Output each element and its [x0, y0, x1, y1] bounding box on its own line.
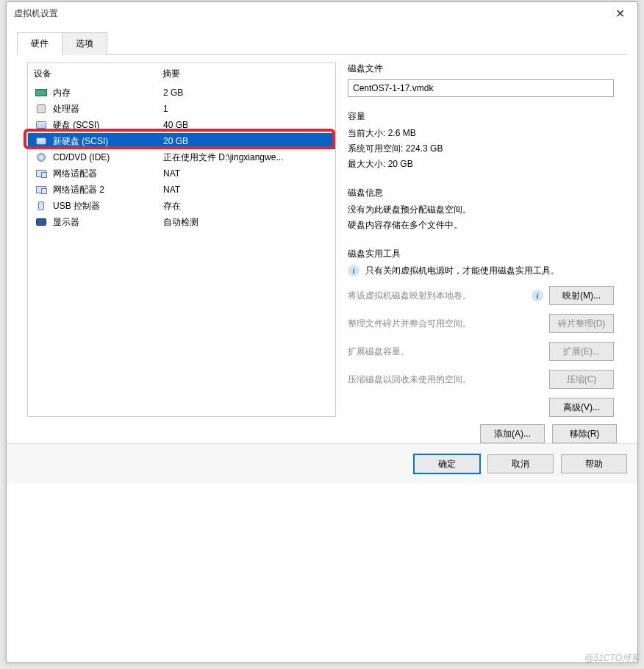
disk-tools-label: 磁盘实用工具: [348, 248, 614, 260]
info-icon: i: [348, 265, 359, 276]
device-name: 内存: [53, 87, 163, 99]
device-summary: 1: [163, 104, 329, 114]
tab-options[interactable]: 选项: [62, 32, 107, 55]
device-name: 处理器: [53, 103, 163, 115]
device-name: 网络适配器: [53, 168, 163, 180]
device-name: 新硬盘 (SCSI): [53, 135, 163, 148]
details-panel: 磁盘文件 容量 当前大小: 2.6 MB 系统可用空间: 224.3 GB 最大…: [345, 62, 617, 417]
cpu-icon: [34, 103, 49, 115]
close-icon[interactable]: ✕: [605, 3, 634, 24]
remove-device-button[interactable]: 移除(R): [552, 424, 617, 443]
tool-compact-row: 压缩磁盘以回收未使用的空间。 压缩(C): [348, 370, 614, 389]
add-device-button[interactable]: 添加(A)...: [480, 424, 545, 443]
device-summary: NAT: [163, 168, 329, 179]
tool-defrag-desc: 整理文件碎片并整合可用空间。: [348, 318, 543, 330]
ok-button[interactable]: 确定: [414, 454, 480, 473]
map-button[interactable]: 映射(M)...: [549, 286, 614, 305]
disk-info-label: 磁盘信息: [348, 187, 614, 199]
device-name: 硬盘 (SCSI): [53, 119, 163, 132]
disk-tools-note: i 只有关闭虚拟机电源时，才能使用磁盘实用工具。: [348, 265, 614, 277]
disk-tools-group: 磁盘实用工具 i 只有关闭虚拟机电源时，才能使用磁盘实用工具。 将该虚拟机磁盘映…: [348, 248, 614, 417]
tool-map-desc: 将该虚拟机磁盘映射到本地卷。: [348, 290, 526, 302]
tabs-area: 硬件 选项 设备 摘要 内存2 GB处理器1硬盘 (SCSI)40 GB新硬盘 …: [7, 24, 637, 443]
memory-icon: [34, 87, 49, 99]
titlebar: 虚拟机设置 ✕: [7, 2, 637, 24]
device-name: USB 控制器: [53, 200, 163, 212]
info-icon: i: [532, 290, 543, 301]
bottom-bar: 确定 取消 帮助: [7, 443, 637, 484]
disk-file-label: 磁盘文件: [348, 62, 614, 75]
header-summary: 摘要: [162, 68, 180, 80]
tool-expand-desc: 扩展磁盘容量。: [348, 346, 543, 358]
tool-defrag-row: 整理文件碎片并整合可用空间。 碎片整理(D): [348, 314, 614, 333]
capacity-max: 最大大小: 20 GB: [348, 158, 614, 171]
disk1-icon: [34, 119, 49, 131]
device-summary: 2 GB: [163, 87, 329, 98]
tabs: 硬件 选项: [17, 32, 627, 55]
tab-hardware[interactable]: 硬件: [17, 32, 62, 55]
advanced-row: 高级(V)...: [348, 398, 614, 417]
capacity-current: 当前大小: 2.6 MB: [348, 127, 614, 140]
device-row-cpu[interactable]: 处理器1: [28, 101, 335, 117]
device-row-display[interactable]: 显示器自动检测: [28, 214, 335, 230]
tool-expand-row: 扩展磁盘容量。 扩展(E)...: [348, 342, 614, 361]
device-list[interactable]: 内存2 GB处理器1硬盘 (SCSI)40 GB新硬盘 (SCSI)20 GBC…: [28, 85, 335, 416]
disk-info-line2: 硬盘内容存储在多个文件中。: [348, 219, 614, 232]
help-button[interactable]: 帮助: [561, 454, 627, 473]
display-icon: [34, 216, 49, 228]
device-row-memory[interactable]: 内存2 GB: [28, 85, 335, 101]
advanced-button[interactable]: 高级(V)...: [549, 398, 614, 417]
tool-compact-desc: 压缩磁盘以回收未使用的空间。: [348, 373, 543, 386]
capacity-free: 系统可用空间: 224.3 GB: [348, 143, 614, 155]
device-name: 显示器: [53, 216, 163, 229]
device-row-net1[interactable]: 网络适配器NAT: [28, 165, 335, 182]
capacity-group: 容量 当前大小: 2.6 MB 系统可用空间: 224.3 GB 最大大小: 2…: [348, 110, 614, 173]
device-summary: 自动检测: [163, 216, 329, 229]
device-panel: 设备 摘要 内存2 GB处理器1硬盘 (SCSI)40 GB新硬盘 (SCSI)…: [27, 62, 336, 417]
cancel-button[interactable]: 取消: [487, 454, 554, 473]
cddvd-icon: [34, 151, 49, 163]
capacity-label: 容量: [348, 110, 614, 123]
compact-button[interactable]: 压缩(C): [549, 370, 614, 389]
disk-info-line1: 没有为此硬盘预分配磁盘空间。: [348, 204, 614, 216]
device-name: 网络适配器 2: [53, 184, 163, 196]
device-row-net2[interactable]: 网络适配器 2NAT: [28, 182, 335, 198]
device-header: 设备 摘要: [28, 63, 335, 85]
device-row-disk2[interactable]: 新硬盘 (SCSI)20 GB: [28, 133, 335, 149]
usb-icon: [34, 200, 49, 212]
net1-icon: [34, 168, 49, 179]
disk-file-input[interactable]: [348, 79, 614, 97]
device-summary: 20 GB: [163, 136, 329, 146]
device-row-disk1[interactable]: 硬盘 (SCSI)40 GB: [28, 117, 335, 133]
net2-icon: [34, 184, 49, 196]
defrag-button[interactable]: 碎片整理(D): [549, 314, 614, 333]
tool-map-row: 将该虚拟机磁盘映射到本地卷。 i 映射(M)...: [348, 286, 614, 305]
disk-file-group: 磁盘文件: [348, 62, 614, 97]
device-summary: 40 GB: [163, 120, 329, 130]
device-name: CD/DVD (IDE): [53, 152, 163, 162]
expand-button[interactable]: 扩展(E)...: [549, 342, 614, 361]
vm-settings-dialog: 虚拟机设置 ✕ 硬件 选项 设备 摘要 内存2 GB处理器1硬盘 (SCSI)4…: [6, 1, 638, 663]
window-title: 虚拟机设置: [14, 7, 605, 20]
tab-content: 设备 摘要 内存2 GB处理器1硬盘 (SCSI)40 GB新硬盘 (SCSI)…: [17, 55, 627, 421]
device-row-usb[interactable]: USB 控制器存在: [28, 198, 335, 214]
device-summary: 存在: [163, 200, 329, 212]
header-device: 设备: [34, 68, 162, 80]
disk-info-group: 磁盘信息 没有为此硬盘预分配磁盘空间。 硬盘内容存储在多个文件中。: [348, 187, 614, 235]
device-buttons: 添加(A)... 移除(R): [17, 418, 627, 443]
device-row-cddvd[interactable]: CD/DVD (IDE)正在使用文件 D:\jingxiangwe...: [28, 149, 335, 165]
device-summary: NAT: [163, 185, 329, 195]
disk2-icon: [34, 135, 49, 147]
device-summary: 正在使用文件 D:\jingxiangwe...: [163, 151, 329, 164]
